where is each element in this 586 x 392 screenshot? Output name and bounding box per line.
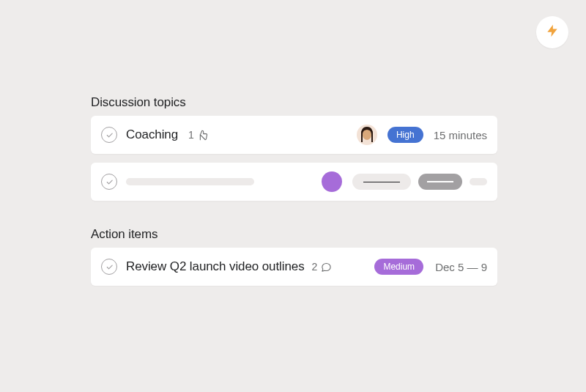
date-range: Dec 5 — 9 <box>435 261 487 273</box>
like-count: 1 <box>188 129 194 141</box>
lightning-icon <box>545 23 560 41</box>
placeholder-title <box>126 178 254 185</box>
placeholder-avatar <box>322 171 342 192</box>
placeholder-pill <box>352 174 411 190</box>
thumbs-up-icon <box>197 130 208 141</box>
priority-badge-medium[interactable]: Medium <box>374 259 423 275</box>
task-row[interactable]: Review Q2 launch video outlines 2 Medium… <box>91 248 497 286</box>
section-header-action: Action items <box>91 227 497 242</box>
complete-toggle[interactable] <box>101 259 117 275</box>
priority-badge-high[interactable]: High <box>387 127 423 143</box>
placeholder-text <box>470 178 487 185</box>
task-row-placeholder <box>91 163 497 201</box>
automation-badge[interactable] <box>536 16 568 48</box>
task-row[interactable]: Coaching 1 High 15 minutes <box>91 116 497 154</box>
like-group[interactable]: 1 <box>188 129 208 141</box>
comment-count: 2 <box>312 261 318 273</box>
placeholder-pill <box>418 174 462 190</box>
section-header-discussion: Discussion topics <box>91 95 497 110</box>
comment-icon <box>321 262 332 273</box>
duration-text: 15 minutes <box>423 129 487 141</box>
assignee-avatar[interactable] <box>357 125 377 145</box>
comment-group[interactable]: 2 <box>312 261 333 273</box>
complete-toggle <box>101 174 117 190</box>
task-title: Review Q2 launch video outlines <box>126 259 305 274</box>
task-title: Coaching <box>126 127 178 142</box>
complete-toggle[interactable] <box>101 127 117 143</box>
